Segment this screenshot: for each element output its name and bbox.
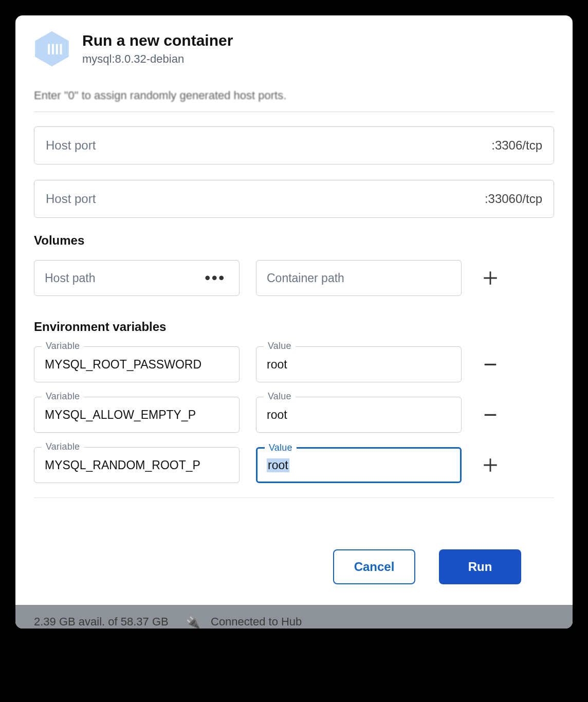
env-value-field[interactable]	[267, 358, 451, 372]
env-value-input[interactable]: Value root	[256, 447, 462, 483]
add-volume-button[interactable]	[478, 266, 503, 290]
remove-env-button[interactable]	[478, 352, 503, 377]
dialog-header: Run a new container mysql:8.0.32-debian	[15, 15, 573, 89]
ports-helper-text: Enter "0" to assign randomly generated h…	[34, 89, 286, 102]
env-value-label: Value	[264, 341, 296, 352]
env-value-selected-text[interactable]: root	[267, 458, 289, 472]
container-image-icon	[32, 29, 72, 69]
image-tag: mysql:8.0.32-debian	[82, 52, 233, 66]
header-text: Run a new container mysql:8.0.32-debian	[82, 29, 233, 66]
container-port-suffix: :3306/tcp	[491, 138, 542, 153]
volume-host-path-input[interactable]: •••	[34, 260, 240, 296]
env-variable-label: Variable	[42, 441, 84, 452]
status-bar: 2.39 GB avail. of 58.37 GB 🔌 Connected t…	[15, 605, 573, 629]
host-port-input-row[interactable]: Host port :3306/tcp	[34, 126, 554, 164]
env-value-input[interactable]: Value	[256, 397, 462, 433]
svg-rect-6	[485, 414, 497, 416]
env-row: Variable Value root	[34, 447, 554, 483]
ports-helper-text-cutoff: Enter "0" to assign randomly generated h…	[34, 89, 554, 112]
env-variable-field[interactable]	[45, 408, 229, 422]
svg-rect-3	[56, 44, 58, 54]
svg-rect-5	[485, 364, 497, 365]
dialog-title: Run a new container	[82, 32, 233, 49]
footer-separator	[34, 497, 554, 498]
volume-host-path-field[interactable]	[45, 271, 205, 285]
hub-status-text: Connected to Hub	[211, 615, 302, 629]
host-port-placeholder: Host port	[46, 192, 485, 206]
plug-icon: 🔌	[186, 616, 200, 629]
svg-rect-2	[52, 44, 54, 54]
volumes-heading: Volumes	[34, 233, 554, 248]
volume-container-path-field[interactable]	[267, 271, 451, 285]
env-variable-label: Variable	[42, 341, 84, 352]
env-row: Variable Value	[34, 346, 554, 382]
env-value-label: Value	[265, 442, 297, 453]
add-env-button[interactable]	[478, 453, 503, 477]
env-value-field[interactable]	[267, 408, 451, 422]
host-port-input-row[interactable]: Host port :33060/tcp	[34, 180, 554, 218]
env-value-label: Value	[264, 391, 296, 402]
remove-env-button[interactable]	[478, 402, 503, 427]
dialog-footer: Cancel Run	[15, 508, 573, 605]
run-button[interactable]: Run	[439, 549, 521, 584]
env-variable-input[interactable]: Variable	[34, 447, 240, 483]
svg-rect-1	[48, 44, 50, 54]
svg-rect-4	[60, 44, 62, 54]
dialog-body: Enter "0" to assign randomly generated h…	[15, 89, 573, 508]
host-port-placeholder: Host port	[46, 138, 491, 153]
volume-container-path-input[interactable]	[256, 260, 462, 296]
env-variable-input[interactable]: Variable	[34, 397, 240, 433]
cancel-button[interactable]: Cancel	[333, 549, 415, 584]
volume-row: •••	[34, 260, 554, 296]
env-variable-field[interactable]	[45, 358, 229, 372]
env-variable-field[interactable]	[45, 458, 229, 472]
env-variable-label: Variable	[42, 391, 84, 402]
env-value-input[interactable]: Value	[256, 346, 462, 382]
env-row: Variable Value	[34, 397, 554, 433]
env-variable-input[interactable]: Variable	[34, 346, 240, 382]
env-heading: Environment variables	[34, 320, 554, 334]
disk-usage-text: 2.39 GB avail. of 58.37 GB	[34, 615, 169, 629]
container-port-suffix: :33060/tcp	[485, 192, 542, 206]
browse-icon[interactable]: •••	[205, 269, 226, 287]
run-container-dialog: Run a new container mysql:8.0.32-debian …	[15, 15, 573, 629]
